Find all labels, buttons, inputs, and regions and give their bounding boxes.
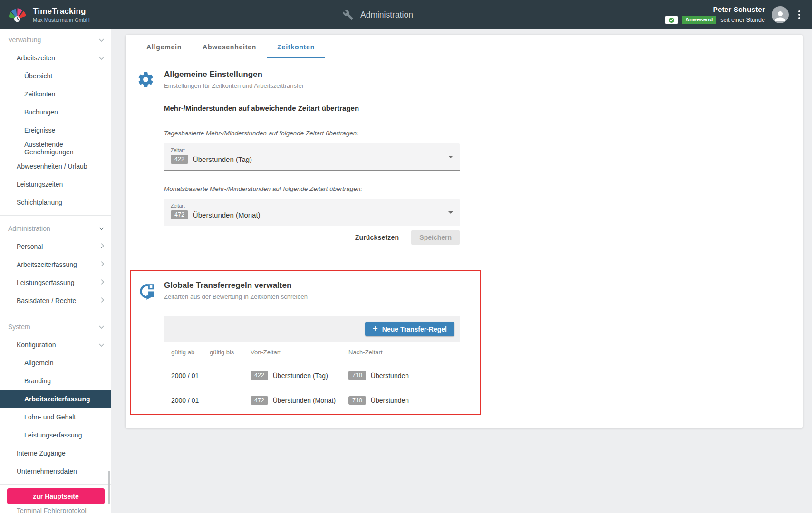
tab-allgemein[interactable]: Allgemein (136, 36, 192, 58)
sidebar-divider (0, 215, 111, 216)
gear-icon (136, 70, 155, 89)
to-mainpage-button[interactable]: zur Hauptseite (7, 488, 105, 504)
sidebar-divider (0, 484, 111, 484)
tab-bar: Allgemein Abwesenheiten Zeitkonten (136, 36, 325, 58)
section-title: Allgemeine Einstellungen (164, 70, 304, 79)
person-icon (773, 9, 787, 23)
column-header: gültig ab (171, 349, 210, 356)
presence-badge: Anwesend (682, 16, 717, 24)
table-row[interactable]: 2000 / 01 472 Überstunden (Monat) 710 Üb… (164, 388, 460, 413)
column-header: Nach-Zeitart (348, 349, 460, 356)
settings-card: Allgemein Abwesenheiten Zeitkonten Allge… (126, 35, 803, 428)
sidebar-section-verwaltung[interactable]: Verwaltung (0, 31, 111, 49)
user-area: Peter Schuster Anwesend seit einer Stund… (665, 0, 803, 29)
transfer-rules-icon (136, 281, 155, 301)
check-circle-icon (668, 17, 675, 23)
sidebar-item-ereignisse[interactable]: Ereignisse (0, 121, 111, 139)
status-check-badge[interactable] (665, 16, 678, 24)
chevron-down-icon (99, 37, 104, 42)
dropdown-caret-icon (448, 211, 453, 214)
presence-since: seit einer Stunde (720, 17, 765, 23)
zeitart-select-monthly[interactable]: Zeitart 472 Überstunden (Monat) (164, 199, 460, 226)
zeitart-code-badge: 422 (171, 155, 188, 164)
from-zeitart-cell: 472 Überstunden (Monat) (251, 396, 348, 405)
new-transfer-rule-button[interactable]: + Neue Transfer-Regel (365, 322, 454, 336)
section-subtitle: Einstellungen für Zeitkonten und Arbeits… (164, 82, 304, 89)
sidebar-item-arbeitszeiten[interactable]: Arbeitszeiten (0, 49, 111, 67)
brand[interactable]: TimeTracking Max Mustermann GmbH (0, 7, 90, 23)
zeitart-value: Überstunden (Tag) (193, 155, 252, 163)
transfer-settings-form: Tagesbasierte Mehr-/Minderstunden auf fo… (164, 127, 460, 245)
app-subtitle: Max Mustermann GmbH (33, 17, 90, 23)
sidebar-section-administration[interactable]: Administration (0, 219, 111, 238)
kebab-menu-icon[interactable] (795, 8, 803, 22)
general-settings-header: Allgemeine Einstellungen Einstellungen f… (136, 70, 304, 89)
sidebar-item-allgemein[interactable]: Allgemein (0, 354, 111, 372)
user-name: Peter Schuster (713, 5, 765, 14)
save-button[interactable]: Speichern (411, 230, 460, 245)
wrench-icon (343, 10, 354, 20)
app-logo-icon (8, 7, 27, 23)
sidebar-scrollbar-thumb[interactable] (108, 471, 110, 504)
sidebar-item-lohn-und-gehalt[interactable]: Lohn- und Gehalt (0, 408, 111, 426)
section-divider (126, 263, 803, 263)
table-header-row: gültig ab gültig bis Von-Zeitart Nach-Ze… (164, 342, 460, 363)
transfer-rules-header: Globale Transferregeln verwalten Zeitart… (136, 281, 308, 301)
sidebar-item-buchungen[interactable]: Buchungen (0, 103, 111, 121)
sidebar-item-branding[interactable]: Branding (0, 372, 111, 390)
transfer-rules-table-area: + Neue Transfer-Regel gültig ab gültig b… (164, 316, 460, 413)
sidebar-item-leistungserfassung-config[interactable]: Leistungserfassung (0, 426, 111, 444)
zeitart-value: Überstunden (Monat) (193, 211, 261, 219)
dropdown-caret-icon (448, 156, 453, 158)
column-header: gültig bis (210, 349, 251, 356)
app-window: TimeTracking Max Mustermann GmbH Adminis… (0, 0, 812, 513)
table-row[interactable]: 2000 / 01 422 Überstunden (Tag) 710 Über… (164, 363, 460, 388)
app-header: TimeTracking Max Mustermann GmbH Adminis… (0, 0, 812, 29)
group-heading: Mehr-/Minderstunden auf abweichende Zeit… (164, 104, 359, 112)
chevron-right-icon (99, 262, 104, 266)
chevron-right-icon (99, 244, 104, 248)
app-title: TimeTracking (33, 7, 90, 16)
avatar[interactable] (772, 6, 789, 23)
sidebar-item-arbeitszeiterfassung-config[interactable]: Arbeitszeiterfassung (0, 390, 111, 408)
sidebar-item-leistungserfassung[interactable]: Leistungserfassung (0, 274, 111, 292)
sidebar-item-ausstehende-genehmigungen[interactable]: Ausstehende Genehmigungen (0, 139, 111, 157)
zeitart-code-badge: 422 (251, 371, 268, 380)
column-header: Von-Zeitart (251, 349, 348, 356)
chevron-down-icon (99, 342, 104, 347)
sidebar-item-basisdaten-rechte[interactable]: Basisdaten / Rechte (0, 292, 111, 310)
sidebar-item-leistungszeiten[interactable]: Leistungszeiten (0, 175, 111, 193)
chevron-right-icon (99, 298, 104, 303)
sidebar-item-arbeitszeiterfassung[interactable]: Arbeitszeiterfassung (0, 256, 111, 274)
sidebar-item-uebersicht[interactable]: Übersicht (0, 67, 111, 85)
chevron-down-icon (99, 55, 104, 60)
sidebar-item-interne-zugaenge[interactable]: Interne Zugänge (0, 444, 111, 462)
section-subtitle: Zeitarten aus der Bewertung in Zeitkonte… (164, 293, 308, 300)
tab-abwesenheiten[interactable]: Abwesenheiten (192, 36, 267, 58)
sidebar-item-abwesenheiten-urlaub[interactable]: Abwesenheiten / Urlaub (0, 157, 111, 175)
page-title: Administration (360, 10, 413, 20)
sidebar-item-konfiguration[interactable]: Konfiguration (0, 336, 111, 354)
page-title-group: Administration (343, 0, 413, 29)
valid-from-cell: 2000 / 01 (171, 397, 210, 404)
zeitart-code-badge: 710 (348, 396, 366, 405)
reset-button[interactable]: Zurücksetzen (355, 234, 399, 241)
tab-zeitkonten[interactable]: Zeitkonten (267, 36, 325, 58)
sidebar-item-schichtplanung[interactable]: Schichtplanung (0, 193, 111, 211)
sidebar-item-zeitkonten[interactable]: Zeitkonten (0, 85, 111, 103)
chevron-down-icon (99, 324, 104, 329)
main-content: Allgemein Abwesenheiten Zeitkonten Allge… (111, 29, 812, 513)
to-zeitart-cell: 710 Überstunden (348, 396, 460, 405)
sidebar-item-personal[interactable]: Personal (0, 238, 111, 256)
table-toolbar: + Neue Transfer-Regel (164, 316, 460, 342)
zeitart-select-daily[interactable]: Zeitart 422 Überstunden (Tag) (164, 143, 460, 171)
valid-from-cell: 2000 / 01 (171, 372, 210, 380)
sidebar-section-system[interactable]: System (0, 318, 111, 336)
chevron-down-icon (99, 226, 104, 230)
zeitart-code-badge: 472 (251, 396, 268, 405)
sidebar-item-unternehmensdaten[interactable]: Unternehmensdaten (0, 462, 111, 480)
sidebar-item-terminal-fehlerprotokoll[interactable]: Terminal Fehlerprotokoll (0, 507, 111, 513)
from-zeitart-cell: 422 Überstunden (Tag) (251, 371, 348, 380)
sidebar: Verwaltung Arbeitszeiten Übersicht Zeitk… (0, 29, 111, 513)
section-title: Globale Transferregeln verwalten (164, 281, 308, 290)
